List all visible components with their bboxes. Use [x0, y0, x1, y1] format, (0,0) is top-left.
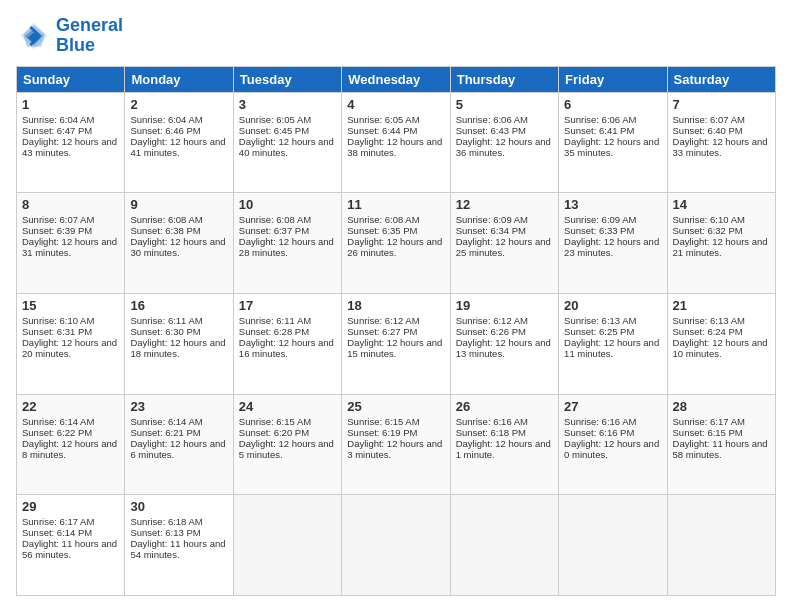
sunset-text: Sunset: 6:27 PM [347, 326, 444, 337]
daylight-text: Daylight: 12 hours and 16 minutes. [239, 337, 336, 359]
page: General Blue SundayMondayTuesdayWednesda… [0, 0, 792, 612]
calendar-cell: 16Sunrise: 6:11 AMSunset: 6:30 PMDayligh… [125, 293, 233, 394]
calendar-cell [559, 495, 667, 596]
calendar-cell [450, 495, 558, 596]
sunset-text: Sunset: 6:45 PM [239, 125, 336, 136]
daylight-text: Daylight: 12 hours and 28 minutes. [239, 236, 336, 258]
sunrise-text: Sunrise: 6:14 AM [130, 416, 227, 427]
day-number: 30 [130, 499, 227, 514]
day-number: 4 [347, 97, 444, 112]
sunrise-text: Sunrise: 6:15 AM [239, 416, 336, 427]
daylight-text: Daylight: 12 hours and 0 minutes. [564, 438, 661, 460]
day-number: 10 [239, 197, 336, 212]
day-number: 17 [239, 298, 336, 313]
sunrise-text: Sunrise: 6:12 AM [456, 315, 553, 326]
day-number: 2 [130, 97, 227, 112]
day-number: 14 [673, 197, 770, 212]
calendar-week-row: 15Sunrise: 6:10 AMSunset: 6:31 PMDayligh… [17, 293, 776, 394]
sunrise-text: Sunrise: 6:16 AM [456, 416, 553, 427]
sunrise-text: Sunrise: 6:08 AM [130, 214, 227, 225]
calendar-cell: 25Sunrise: 6:15 AMSunset: 6:19 PMDayligh… [342, 394, 450, 495]
calendar-cell: 1Sunrise: 6:04 AMSunset: 6:47 PMDaylight… [17, 92, 125, 193]
sunrise-text: Sunrise: 6:08 AM [239, 214, 336, 225]
calendar-cell: 26Sunrise: 6:16 AMSunset: 6:18 PMDayligh… [450, 394, 558, 495]
daylight-text: Daylight: 11 hours and 54 minutes. [130, 538, 227, 560]
day-number: 16 [130, 298, 227, 313]
daylight-text: Daylight: 12 hours and 21 minutes. [673, 236, 770, 258]
sunrise-text: Sunrise: 6:17 AM [673, 416, 770, 427]
sunset-text: Sunset: 6:19 PM [347, 427, 444, 438]
sunrise-text: Sunrise: 6:17 AM [22, 516, 119, 527]
sunset-text: Sunset: 6:47 PM [22, 125, 119, 136]
day-number: 3 [239, 97, 336, 112]
daylight-text: Daylight: 12 hours and 20 minutes. [22, 337, 119, 359]
daylight-text: Daylight: 12 hours and 33 minutes. [673, 136, 770, 158]
sunrise-text: Sunrise: 6:05 AM [347, 114, 444, 125]
daylight-text: Daylight: 11 hours and 58 minutes. [673, 438, 770, 460]
col-header-thursday: Thursday [450, 66, 558, 92]
sunset-text: Sunset: 6:14 PM [22, 527, 119, 538]
col-header-wednesday: Wednesday [342, 66, 450, 92]
col-header-saturday: Saturday [667, 66, 775, 92]
day-number: 20 [564, 298, 661, 313]
calendar-week-row: 1Sunrise: 6:04 AMSunset: 6:47 PMDaylight… [17, 92, 776, 193]
daylight-text: Daylight: 12 hours and 11 minutes. [564, 337, 661, 359]
daylight-text: Daylight: 12 hours and 5 minutes. [239, 438, 336, 460]
sunset-text: Sunset: 6:24 PM [673, 326, 770, 337]
sunset-text: Sunset: 6:18 PM [456, 427, 553, 438]
daylight-text: Daylight: 11 hours and 56 minutes. [22, 538, 119, 560]
day-number: 21 [673, 298, 770, 313]
day-number: 13 [564, 197, 661, 212]
daylight-text: Daylight: 12 hours and 8 minutes. [22, 438, 119, 460]
sunrise-text: Sunrise: 6:10 AM [673, 214, 770, 225]
day-number: 6 [564, 97, 661, 112]
header: General Blue [16, 16, 776, 56]
sunset-text: Sunset: 6:38 PM [130, 225, 227, 236]
calendar-cell: 29Sunrise: 6:17 AMSunset: 6:14 PMDayligh… [17, 495, 125, 596]
sunrise-text: Sunrise: 6:10 AM [22, 315, 119, 326]
calendar-cell: 12Sunrise: 6:09 AMSunset: 6:34 PMDayligh… [450, 193, 558, 294]
daylight-text: Daylight: 12 hours and 31 minutes. [22, 236, 119, 258]
calendar-cell: 18Sunrise: 6:12 AMSunset: 6:27 PMDayligh… [342, 293, 450, 394]
daylight-text: Daylight: 12 hours and 23 minutes. [564, 236, 661, 258]
sunset-text: Sunset: 6:39 PM [22, 225, 119, 236]
day-number: 15 [22, 298, 119, 313]
day-number: 11 [347, 197, 444, 212]
sunset-text: Sunset: 6:40 PM [673, 125, 770, 136]
sunrise-text: Sunrise: 6:05 AM [239, 114, 336, 125]
sunset-text: Sunset: 6:13 PM [130, 527, 227, 538]
daylight-text: Daylight: 12 hours and 1 minute. [456, 438, 553, 460]
daylight-text: Daylight: 12 hours and 18 minutes. [130, 337, 227, 359]
sunset-text: Sunset: 6:16 PM [564, 427, 661, 438]
sunrise-text: Sunrise: 6:15 AM [347, 416, 444, 427]
sunrise-text: Sunrise: 6:08 AM [347, 214, 444, 225]
col-header-sunday: Sunday [17, 66, 125, 92]
sunrise-text: Sunrise: 6:18 AM [130, 516, 227, 527]
calendar-cell: 20Sunrise: 6:13 AMSunset: 6:25 PMDayligh… [559, 293, 667, 394]
sunrise-text: Sunrise: 6:11 AM [130, 315, 227, 326]
header-row: SundayMondayTuesdayWednesdayThursdayFrid… [17, 66, 776, 92]
calendar-cell: 21Sunrise: 6:13 AMSunset: 6:24 PMDayligh… [667, 293, 775, 394]
day-number: 19 [456, 298, 553, 313]
sunset-text: Sunset: 6:25 PM [564, 326, 661, 337]
sunrise-text: Sunrise: 6:09 AM [564, 214, 661, 225]
day-number: 25 [347, 399, 444, 414]
day-number: 18 [347, 298, 444, 313]
daylight-text: Daylight: 12 hours and 38 minutes. [347, 136, 444, 158]
logo: General Blue [16, 16, 123, 56]
sunset-text: Sunset: 6:15 PM [673, 427, 770, 438]
day-number: 5 [456, 97, 553, 112]
daylight-text: Daylight: 12 hours and 26 minutes. [347, 236, 444, 258]
sunset-text: Sunset: 6:37 PM [239, 225, 336, 236]
sunset-text: Sunset: 6:28 PM [239, 326, 336, 337]
calendar-cell: 3Sunrise: 6:05 AMSunset: 6:45 PMDaylight… [233, 92, 341, 193]
calendar: SundayMondayTuesdayWednesdayThursdayFrid… [16, 66, 776, 596]
sunrise-text: Sunrise: 6:06 AM [564, 114, 661, 125]
calendar-cell [667, 495, 775, 596]
sunset-text: Sunset: 6:33 PM [564, 225, 661, 236]
daylight-text: Daylight: 12 hours and 15 minutes. [347, 337, 444, 359]
calendar-cell: 17Sunrise: 6:11 AMSunset: 6:28 PMDayligh… [233, 293, 341, 394]
calendar-cell [342, 495, 450, 596]
calendar-cell: 28Sunrise: 6:17 AMSunset: 6:15 PMDayligh… [667, 394, 775, 495]
day-number: 8 [22, 197, 119, 212]
